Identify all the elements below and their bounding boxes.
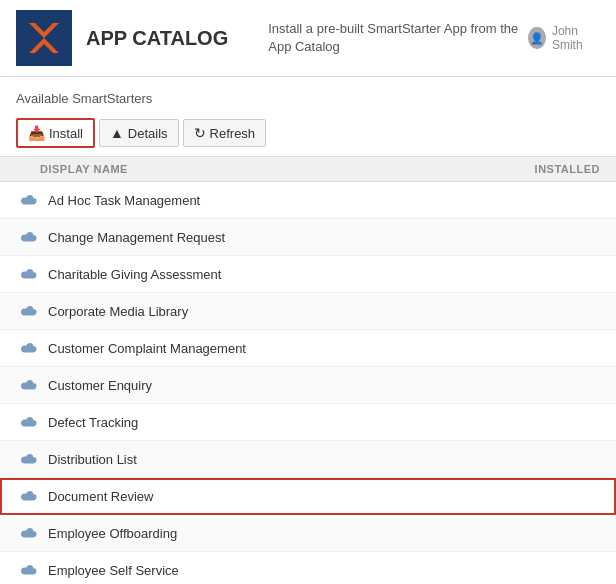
cloud-icon (16, 525, 38, 541)
list-item[interactable]: Ad Hoc Task Management (0, 182, 616, 219)
cloud-icon (16, 414, 38, 430)
cloud-icon (16, 229, 38, 245)
item-name: Defect Tracking (48, 415, 138, 430)
table-header-row: DISPLAY NAME INSTALLED (0, 156, 616, 182)
item-name: Employee Self Service (48, 563, 179, 578)
install-button[interactable]: 📥 Install (16, 118, 95, 148)
refresh-icon: ↻ (194, 125, 206, 141)
install-icon: 📥 (28, 125, 45, 141)
cloud-icon (16, 451, 38, 467)
details-button[interactable]: ▲ Details (99, 119, 179, 147)
section-title: Available SmartStarters (0, 77, 616, 112)
item-name: Employee Offboarding (48, 526, 177, 541)
list-item[interactable]: Employee Offboarding (0, 515, 616, 552)
app-header: APP CATALOG Install a pre-built SmartSta… (0, 0, 616, 77)
cloud-icon (16, 192, 38, 208)
list-item[interactable]: Customer Enquiry (0, 367, 616, 404)
user-avatar: 👤 (528, 27, 546, 49)
install-label: Install (49, 126, 83, 141)
cloud-icon (16, 340, 38, 356)
list-item[interactable]: Customer Complaint Management (0, 330, 616, 367)
toolbar: 📥 Install ▲ Details ↻ Refresh (0, 112, 616, 156)
list-item[interactable]: Employee Self Service (0, 552, 616, 584)
header-description: Install a pre-built SmartStarter App fro… (268, 20, 528, 56)
user-area: 👤 John Smith (528, 24, 600, 52)
details-label: Details (128, 126, 168, 141)
item-name: Customer Enquiry (48, 378, 152, 393)
col-installed: INSTALLED (535, 163, 600, 175)
item-name: Customer Complaint Management (48, 341, 246, 356)
item-name: Corporate Media Library (48, 304, 188, 319)
item-name: Document Review (48, 489, 154, 504)
list-item[interactable]: Change Management Request (0, 219, 616, 256)
list-item[interactable]: Corporate Media Library (0, 293, 616, 330)
app-catalog-title: APP CATALOG (86, 27, 228, 50)
refresh-button[interactable]: ↻ Refresh (183, 119, 267, 147)
cloud-icon (16, 303, 38, 319)
items-list: Ad Hoc Task Management Change Management… (0, 182, 616, 584)
user-name: John Smith (552, 24, 600, 52)
item-name: Ad Hoc Task Management (48, 193, 200, 208)
item-name: Distribution List (48, 452, 137, 467)
list-item[interactable]: Charitable Giving Assessment (0, 256, 616, 293)
app-list-table: DISPLAY NAME INSTALLED Ad Hoc Task Manag… (0, 156, 616, 584)
cloud-icon (16, 562, 38, 578)
item-name: Charitable Giving Assessment (48, 267, 221, 282)
cloud-icon (16, 266, 38, 282)
cloud-icon (16, 377, 38, 393)
refresh-label: Refresh (210, 126, 256, 141)
list-item[interactable]: Distribution List (0, 441, 616, 478)
list-item[interactable]: Document Review (0, 478, 616, 515)
cloud-icon (16, 488, 38, 504)
item-name: Change Management Request (48, 230, 225, 245)
app-logo (16, 10, 72, 66)
details-icon: ▲ (110, 125, 124, 141)
col-display-name: DISPLAY NAME (40, 163, 128, 175)
list-item[interactable]: Defect Tracking (0, 404, 616, 441)
